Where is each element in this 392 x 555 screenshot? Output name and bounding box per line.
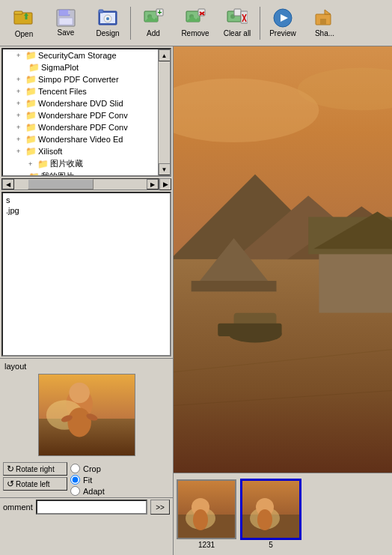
tree-label: Simpo PDF Converter [38,75,119,84]
svg-text:+: + [158,8,162,16]
save-button[interactable]: Save [45,2,87,44]
tree-label: Tencent Files [38,87,87,96]
open-button[interactable]: Open [3,2,45,44]
thumb-inner-content [39,374,135,455]
folder-icon: 📁 [25,146,37,157]
folder-icon: 📁 [25,50,37,61]
adapt-radio[interactable] [70,486,80,496]
thumbnail-preview [38,374,135,456]
file-list[interactable]: s .jpg [1,192,171,357]
thumb-num-1: 1231 [198,541,215,549]
thumb-num-2: 5 [269,541,273,549]
add-label: Add [147,29,160,37]
tree-label: Xilisoft [38,147,62,156]
vscroll-down-btn[interactable]: ▼ [159,163,171,175]
tree-item-pictures[interactable]: + 📁 图片收藏 [3,157,158,170]
tree-item-mypictures[interactable]: 📁 我的图片 [3,170,158,177]
clear-all-button[interactable]: Clear all [216,2,258,44]
comment-input[interactable] [36,500,147,515]
svg-rect-34 [320,19,326,25]
svg-rect-1 [14,11,22,14]
radio-adapt[interactable]: Adapt [70,486,105,496]
svg-point-69 [257,509,272,530]
hscroll-right-btn[interactable]: ▶ [147,179,159,189]
file-item-s: s [6,195,167,205]
file-tree[interactable]: + 📁 SecurityCam Storage 📁 SigmaPlot + 📁 … [1,48,171,177]
svg-rect-5 [59,10,70,16]
tree-item-securitycam[interactable]: + 📁 SecurityCam Storage [3,49,158,61]
tree-label: Wondershare DVD Slid [38,99,123,108]
main-area: + 📁 SecurityCam Storage 📁 SigmaPlot + 📁 … [0,46,392,555]
vscroll-thumb[interactable] [159,61,171,163]
tree-vscroll[interactable]: ▲ ▼ [158,49,170,175]
expand-icon: + [16,88,25,95]
tree-item-simpo[interactable]: + 📁 Simpo PDF Converter [3,73,158,85]
tree-item-wondershare-dvd[interactable]: + 📁 Wondershare DVD Slid [3,97,158,109]
hscroll-left-btn[interactable]: ◀ [2,179,14,189]
design-button[interactable]: Design [87,2,129,44]
folder-icon: 📁 [25,74,37,85]
radio-fit[interactable]: Fit [70,475,105,485]
share-button[interactable]: Sha... [304,2,346,44]
svg-point-40 [67,407,91,437]
expand-icon: + [28,160,37,168]
tree-label: 我的图片 [41,171,74,177]
svg-rect-57 [218,324,281,336]
rotate-right-button[interactable]: ↻ Rotate right [3,462,67,476]
clear-all-icon [227,8,248,29]
folder-icon: 📁 [25,98,37,109]
fit-radio[interactable] [70,475,80,485]
share-icon [314,8,335,29]
clear-all-label: Clear all [224,29,251,37]
controls-area: ↻ Rotate right ↺ Rotate left Crop Fit [0,461,173,497]
svg-point-12 [106,17,109,20]
expand-icon: + [16,148,25,155]
folder-icon: 📁 [37,159,49,169]
tree-hscroll[interactable]: ◀ ▶ [1,178,159,190]
svg-point-64 [193,509,208,530]
main-image-area [174,46,392,473]
svg-rect-10 [99,10,103,13]
tree-item-wondershare-pdf2[interactable]: + 📁 Wondershare PDF Conv [3,121,158,133]
tree-label: 图片收藏 [50,158,83,169]
toolbar: Open Save Design [0,0,392,46]
tree-item-sigmaplot[interactable]: 📁 SigmaPlot [3,61,158,73]
radio-options: Crop Fit Adapt [70,462,105,496]
tree-item-wondershare-video[interactable]: + 📁 Wondershare Video Ed [3,133,158,145]
tree-item-xilisoft[interactable]: + 📁 Xilisoft [3,145,158,157]
fit-label: Fit [83,476,92,485]
folder-icon: 📁 [25,122,37,133]
rotate-left-label: Rotate left [16,480,50,488]
radio-crop[interactable]: Crop [70,464,105,473]
expand-icon: + [16,100,25,107]
tree-item-tencent[interactable]: + 📁 Tencent Files [3,85,158,97]
rotate-left-button[interactable]: ↺ Rotate left [3,477,67,491]
vscroll-up-btn[interactable]: ▲ [159,49,171,61]
tree-item-wondershare-pdf1[interactable]: + 📁 Wondershare PDF Conv [3,109,158,121]
preview-button[interactable]: Preview [262,2,304,44]
expand-icon: + [16,112,25,119]
open-icon [13,7,34,30]
thumbnail-item-2[interactable]: 5 [241,479,301,549]
comment-go-button[interactable]: >> [150,500,170,515]
preview-icon [272,8,293,29]
svg-rect-54 [192,281,277,291]
tree-label: SigmaPlot [41,63,79,72]
save-label: Save [58,28,75,37]
thumbnail-strip: 1231 [174,473,392,555]
separator-1 [130,7,131,40]
tree-label: SecurityCam Storage [38,51,117,60]
remove-label: Remove [181,29,209,37]
add-button[interactable]: + Add [132,2,174,44]
svg-point-38 [69,383,90,404]
hscroll-thumb[interactable] [28,179,94,189]
thumbnail-item-1[interactable]: 1231 [177,479,236,549]
folder-icon: 📁 [25,134,37,145]
remove-button[interactable]: Remove [174,2,216,44]
file-item-label: s [6,195,10,204]
crop-label: Crop [83,464,101,473]
crop-radio[interactable] [70,464,80,473]
share-label: Sha... [315,29,334,37]
tree-expand-btn[interactable]: ▶ [159,178,171,190]
go-icon: >> [156,503,165,512]
